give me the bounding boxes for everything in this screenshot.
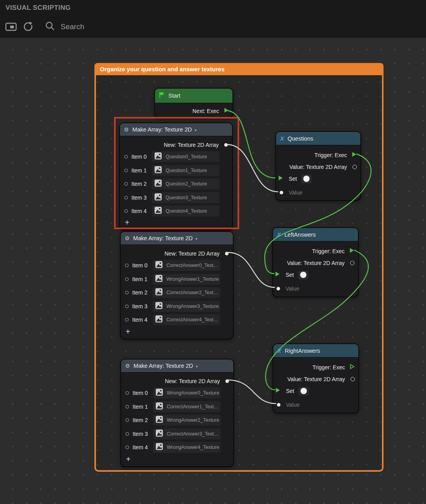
variable-node-header[interactable]: X LeftAnswers [273,228,358,241]
search-input[interactable]: Search [45,21,84,33]
value-output-port[interactable] [350,377,355,382]
item-row: Item 4 CorrectAnswer4_Text... [121,314,233,326]
texture-field[interactable]: CorrectAnswer2_Text... [153,287,220,298]
variable-node-header[interactable]: X RightAnswers [273,344,358,358]
port-label: Trigger: Exec [276,152,360,158]
item-input-port[interactable] [125,405,129,408]
node-title: Questions [288,135,313,142]
set-value-field[interactable] [299,387,309,396]
node-make-array-3[interactable]: ⚙ Make Array: Texture 2D ▾ New: Texture … [120,359,234,467]
exec-output-row: Next: Exec [155,105,232,117]
variable-node-header[interactable]: X Questions [276,132,360,145]
value-input-port[interactable] [277,403,280,407]
node-title: RightAnswers [285,348,320,354]
item-input-port[interactable] [125,291,129,295]
node-make-array-2[interactable]: ⚙ Make Array: Texture 2D ▾ New: Texture … [120,231,234,339]
port-label: Trigger: Exec [273,248,358,254]
chevron-down-icon[interactable]: ▾ [195,237,197,241]
texture-field[interactable]: CorrectAnswer4_Text... [153,314,220,325]
start-node-header[interactable]: Start [155,89,232,103]
item-input-port[interactable] [125,277,129,281]
value-in-row: Value [273,283,358,295]
image-icon [155,261,163,270]
item-input-port[interactable] [125,264,129,267]
top-bar: VISUAL SCRIPTING [0,0,426,38]
search-icon [45,21,55,33]
set-row: Set [273,269,358,281]
item-label: Item 4 [132,317,148,323]
make-array-header[interactable]: ⚙ Make Array: Texture 2D ▾ [121,359,233,372]
variable-x-icon: X [277,231,281,238]
texture-field[interactable]: CorrectAnswer3_Text... [153,428,221,439]
item-input-port[interactable] [125,446,129,449]
trigger-row: Trigger: Exec [273,361,358,373]
texture-name: CorrectAnswer3_Text... [167,431,218,437]
exec-input-port[interactable] [275,271,280,279]
node-set-leftanswers[interactable]: X LeftAnswers Trigger: Exec Value: Textu… [272,227,359,297]
item-input-port[interactable] [125,318,129,322]
item-label: Item 3 [132,303,148,309]
array-output-port[interactable] [225,252,229,256]
node-set-rightanswers[interactable]: X RightAnswers Trigger: Exec Value: Text… [273,343,359,413]
item-input-port[interactable] [125,304,129,308]
texture-name: CorrectAnswer2_Text... [166,290,218,295]
node-start[interactable]: Start Next: Exec [154,88,233,118]
node-set-questions[interactable]: X Questions Trigger: Exec Value: Texture… [275,131,361,201]
make-array-header[interactable]: ⚙ Make Array: Texture 2D ▾ [121,232,233,245]
port-label: Value: Texture 2D Array [276,164,360,170]
port-label: Value: Texture 2D Array [273,260,358,266]
set-value-field[interactable] [298,271,308,280]
array-output-port[interactable] [225,380,229,383]
texture-field[interactable]: WrongAnswer2_Texture [153,415,221,426]
gear-icon: ⚙ [125,235,130,241]
item-row: Item 0 CorrectAnswer0_Text... [121,259,233,271]
texture-field[interactable]: WrongAnswer3_Texture [153,301,220,312]
refresh-icon[interactable] [22,20,35,33]
item-label: Item 0 [133,390,148,396]
texture-field[interactable]: WrongAnswer0_Texture [153,387,221,398]
value-output-port[interactable] [350,261,354,265]
set-value-field[interactable] [301,174,312,183]
texture-field[interactable]: WrongAnswer1_Texture [153,274,220,285]
value-output-port[interactable] [352,165,357,169]
item-input-port[interactable] [125,419,129,422]
exec-output-port[interactable] [349,248,354,255]
value-input-port[interactable] [280,191,283,195]
exec-output-port[interactable] [350,364,355,371]
image-icon [155,315,163,324]
chevron-down-icon[interactable]: ▾ [196,364,198,369]
texture-name: CorrectAnswer1_Text... [167,404,218,410]
texture-field[interactable]: WrongAnswer4_Texture [153,442,221,453]
pip-icon[interactable] [5,20,17,33]
add-item-button[interactable]: + [123,327,133,336]
item-input-port[interactable] [125,391,129,395]
texture-field[interactable]: CorrectAnswer1_Text... [153,401,221,412]
toolbar: Search [5,20,84,34]
exec-input-port[interactable] [278,175,283,183]
value-input-port[interactable] [277,287,280,291]
image-icon [155,402,163,411]
item-row: Item 0 WrongAnswer0_Texture [121,387,233,399]
item-label: Item 2 [132,289,148,296]
exec-input-port[interactable] [275,387,280,395]
value-in-row: Value [273,399,358,411]
set-value-dot [303,176,310,182]
item-row: Item 2 CorrectAnswer2_Text... [121,287,233,298]
group-header[interactable]: Organize your question and answer textur… [94,63,384,75]
set-row: Set [273,385,358,397]
graph-canvas[interactable]: Organize your question and answer textur… [0,38,426,504]
exec-output-port[interactable] [224,107,229,115]
texture-name: WrongAnswer3_Texture [166,304,219,309]
item-input-port[interactable] [125,432,129,435]
texture-field[interactable]: CorrectAnswer0_Text... [153,260,220,271]
add-item-button[interactable]: + [124,454,133,464]
image-icon [155,388,163,398]
texture-name: CorrectAnswer4_Text... [166,317,218,322]
visual-scripting-window: VISUAL SCRIPTING [0,0,426,504]
exec-output-port[interactable] [352,152,357,159]
port-label: New: Texture 2D Array [121,250,233,257]
item-label: Item 4 [133,444,148,450]
item-row: Item 1 CorrectAnswer1_Text... [121,401,233,413]
search-placeholder: Search [61,22,84,31]
variable-x-icon: X [280,135,284,142]
